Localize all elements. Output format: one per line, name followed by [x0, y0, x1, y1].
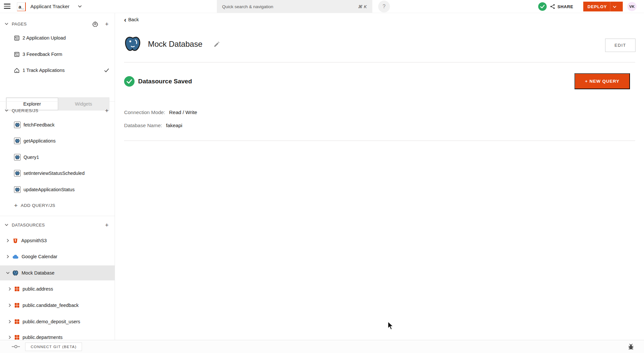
content-divider [124, 141, 635, 141]
search-shortcut: ⌘ K [358, 4, 367, 9]
cloud-icon [12, 254, 19, 259]
header-divider [124, 62, 635, 62]
table-item-public-address[interactable]: public.address [0, 282, 115, 295]
canvas-page-icon [14, 52, 20, 57]
chevron-right-icon[interactable] [7, 335, 12, 339]
canvas-page-icon [14, 35, 20, 41]
table-item-public-candidate-feedback[interactable]: public.candidate_feedback [0, 299, 115, 312]
chevron-right-icon[interactable] [7, 303, 12, 307]
table-icon [14, 303, 20, 308]
sidebar-item-page-feedback-form[interactable]: 3 Feeedback Form [0, 48, 115, 61]
postgres-logo [124, 35, 142, 53]
deploy-chevron-down-icon[interactable] [610, 4, 619, 9]
rename-pencil-icon[interactable] [214, 41, 220, 47]
save-status-check-icon [538, 2, 547, 11]
app-title-chevron-down-icon[interactable] [78, 4, 82, 8]
pages-settings-gear-icon[interactable] [91, 20, 99, 27]
add-query-js-button[interactable]: + ADD QUERY/JS [0, 199, 115, 212]
home-icon [14, 68, 20, 73]
sidebar-item-page-track-applications[interactable]: 1 Track Applications [0, 64, 115, 77]
deploy-button[interactable]: DEPLOY [583, 2, 623, 11]
postgres-icon [14, 138, 21, 144]
chevron-down-icon[interactable] [5, 271, 10, 275]
s3-icon [12, 238, 18, 244]
table-icon [14, 286, 20, 292]
datasources-chevron-down-icon[interactable] [5, 223, 8, 227]
table-icon [14, 335, 20, 340]
query-item-updateApplicationStatus[interactable]: updateApplicationStatus [0, 183, 115, 196]
datasource-detail-panel: ‹ Back Mock Database EDIT Datasource Sav… [115, 13, 644, 340]
datasources-add-button[interactable]: + [103, 221, 110, 228]
share-icon [550, 4, 555, 9]
chevron-right-icon[interactable] [5, 239, 10, 243]
datasources-section-header[interactable]: DATASOURCES + [0, 220, 115, 230]
top-bar: a_ Applicant Tracker Quick search & navi… [0, 0, 644, 13]
back-chevron-icon: ‹ [124, 17, 126, 22]
bottom-bar: CONNECT GIT (BETA) [0, 340, 644, 353]
query-item-Query1[interactable]: Query1 [0, 151, 115, 164]
table-item-public-demo-deposit-users[interactable]: public.demo_deposit_users [0, 315, 115, 328]
pages-add-button[interactable]: + [103, 20, 110, 27]
menu-hamburger-icon[interactable] [4, 4, 10, 9]
query-item-setInterviewStatusScheduled[interactable]: setInterviewStatusScheduled [0, 167, 115, 180]
postgres-icon [14, 170, 21, 176]
chevron-right-icon[interactable] [7, 287, 12, 291]
datasource-title: Mock Database [148, 40, 202, 49]
appsmith-logo[interactable]: a_ [17, 2, 26, 11]
pages-section-header[interactable]: PAGES + [0, 19, 115, 29]
help-button[interactable]: ? [378, 1, 390, 12]
postgres-icon [14, 186, 21, 193]
chevron-right-icon[interactable] [7, 320, 12, 324]
current-page-check-icon [104, 68, 109, 73]
query-item-fetchFeedback[interactable]: fetchFeedback [0, 118, 115, 131]
new-query-button[interactable]: + NEW QUERY [574, 73, 630, 89]
user-avatar[interactable]: VK [627, 2, 636, 11]
chevron-right-icon[interactable] [5, 255, 10, 259]
postgres-icon [12, 270, 19, 276]
datasource-item-google-calendar[interactable]: Google Calendar [0, 250, 115, 263]
share-button[interactable]: SHARE [550, 0, 573, 13]
sidebar-divider [0, 101, 115, 102]
query-item-getApplications[interactable]: getApplications [0, 134, 115, 147]
git-branch-icon [12, 344, 20, 349]
datasource-header: Mock Database [124, 35, 220, 53]
plus-icon: + [14, 202, 18, 209]
sidebar-item-page-application-upload[interactable]: 2 Application Upload [0, 31, 115, 44]
entity-explorer-sidebar: PAGES + 2 Application Upload 3 Feeedback… [0, 13, 115, 340]
table-item-public-departments[interactable]: public.departments [0, 331, 115, 340]
quick-search-input[interactable]: Quick search & navigation ⌘ K [217, 0, 372, 13]
datasource-status: Datasource Saved [124, 76, 192, 87]
debug-bug-icon[interactable] [628, 344, 634, 350]
sidebar-divider [0, 216, 115, 216]
connection-mode-field: Connection Mode: Read / Write [124, 109, 197, 115]
datasource-item-mock-database[interactable]: Mock Database [0, 265, 115, 280]
pages-chevron-down-icon[interactable] [5, 22, 8, 26]
edit-datasource-button[interactable]: EDIT [605, 39, 636, 52]
queries-add-button[interactable]: + [103, 107, 110, 114]
app-title[interactable]: Applicant Tracker [30, 0, 70, 13]
table-icon [14, 319, 20, 324]
queries-chevron-down-icon[interactable] [5, 109, 8, 112]
connect-git-button[interactable]: CONNECT GIT (BETA) [25, 343, 82, 351]
datasource-item-appsmiths3[interactable]: AppsmithS3 [0, 234, 115, 247]
postgres-icon [14, 154, 21, 160]
success-check-icon [124, 76, 135, 87]
search-placeholder: Quick search & navigation [222, 4, 358, 9]
postgres-icon [14, 122, 21, 128]
queries-section-header[interactable]: QUERIES/JS + [0, 106, 115, 115]
database-name-field: Database Name: fakeapi [124, 123, 182, 128]
back-button[interactable]: ‹ Back [124, 17, 139, 22]
